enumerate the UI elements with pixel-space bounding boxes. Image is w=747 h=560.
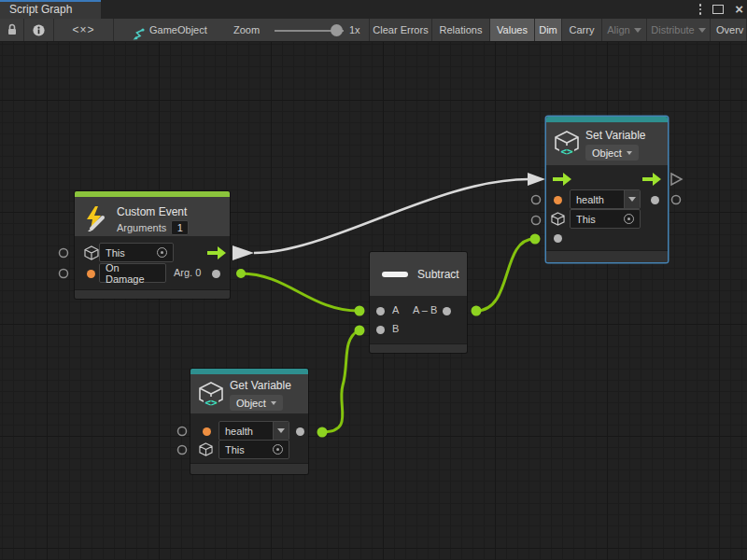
port-hint-circle[interactable] [178,446,187,455]
trigger-out-port[interactable] [207,246,226,259]
node-title: Set Variable [585,129,645,142]
trigger-in-port[interactable] [553,173,571,186]
arguments-input[interactable]: 1 [171,220,189,235]
wire-value-subtract-to-setvar[interactable] [476,239,534,311]
scope-value: Object [236,398,266,409]
node-header: Custom Event Arguments 1 [75,197,230,236]
cube-icon [199,442,213,456]
object-picker-icon[interactable] [624,214,634,224]
toolbar-button-group: Clear Errors Relations Values Dim Carry … [370,19,747,41]
event-name-field[interactable]: On Damage [99,263,166,283]
zoom-slider-handle[interactable] [331,24,343,36]
node-subtract[interactable]: Subtract A A – B B [370,252,467,353]
port-hint-circle[interactable] [60,249,68,258]
port-hint-circle[interactable] [532,196,541,204]
port-row-this: This [75,243,230,263]
this-field[interactable]: This [570,209,641,229]
window-menu-icon[interactable] [699,4,702,15]
node-set-variable[interactable]: <> Set Variable Object health [546,117,668,262]
object-picker-icon[interactable] [157,247,167,258]
variable-cube-icon: <> [554,131,580,159]
variable-name-dropdown[interactable]: health [570,189,641,209]
wire-endpoint [355,306,365,316]
align-dropdown[interactable]: Align [602,19,647,41]
node-header: Subtract [370,252,467,296]
variable-name-port[interactable] [203,427,211,436]
carry-toggle[interactable]: Carry [562,19,602,41]
input-b-port[interactable] [376,326,385,334]
node-title: Subtract [417,268,459,281]
input-a-port[interactable] [376,307,385,315]
wire-value-arg0-to-a[interactable] [241,273,359,311]
port-hint-circle[interactable] [532,217,541,225]
node-custom-event[interactable]: Custom Event Arguments 1 This [75,191,230,299]
lock-button[interactable] [0,19,24,41]
wire-value-getvar-to-b[interactable] [322,330,359,432]
variable-name-value: health [571,194,624,205]
this-field[interactable]: This [218,440,289,459]
event-name-port[interactable] [87,270,95,278]
values-toggle[interactable]: Values [490,19,535,41]
relations-button[interactable]: Relations [432,19,490,41]
output-label: A – B [413,304,437,315]
close-icon[interactable]: × [735,3,743,16]
chevron-down-icon [627,151,632,155]
unity-editor-window: Script Graph × <×> [0,0,747,560]
output-port[interactable] [443,307,451,315]
chevron-down-icon [277,428,285,433]
port-row-name: health [546,189,668,210]
variable-name-dropdown[interactable]: health [218,421,289,441]
dropdown-button[interactable] [624,190,640,208]
svg-text:<>: <> [560,146,573,158]
value-out-port[interactable] [296,427,304,436]
scope-value: Object [592,147,622,159]
node-get-variable[interactable]: <> Get Variable Object health [190,369,308,474]
info-button[interactable] [24,19,54,41]
wire-control-start-arrow-icon [233,245,254,260]
arguments-label: Arguments [117,222,166,233]
dropdown-button[interactable] [273,422,289,440]
graph-canvas[interactable]: Custom Event Arguments 1 This [0,42,747,560]
this-value: This [225,444,245,455]
this-field[interactable]: This [99,243,174,262]
gameobject-selector[interactable]: GameObject [149,19,207,41]
graph-toolbar: <×> GameObject Zoom 1x Clear Errors Rela… [0,19,747,42]
node-footer [75,289,230,299]
svg-text:<>: <> [204,397,218,409]
event-name-value: On Damage [106,262,160,285]
port-row-name: health [190,421,308,441]
chevron-down-icon [628,197,636,202]
value-out-port[interactable] [651,196,659,204]
node-header: <> Get Variable Object [190,374,308,413]
chevron-down-icon [698,28,706,33]
tab-script-graph[interactable]: Script Graph [0,0,101,19]
port-hint-triangle[interactable] [671,174,682,185]
zoom-label: Zoom [233,19,260,41]
port-hint-circle[interactable] [672,196,681,204]
variable-name-port[interactable] [554,196,562,204]
variable-scope-dropdown[interactable]: Object [230,395,283,411]
object-picker-icon[interactable] [273,444,283,455]
trigger-out-port[interactable] [642,173,661,186]
port-hint-circle[interactable] [60,270,68,278]
clear-errors-button[interactable]: Clear Errors [370,19,432,41]
value-in-port[interactable] [554,234,562,243]
port-row-a: A A – B [370,301,467,321]
variable-cube-icon: <> [198,382,224,410]
maximize-icon[interactable] [712,5,724,14]
arg0-out-port[interactable] [212,270,220,278]
lock-icon [5,22,20,37]
input-a-label: A [392,304,399,315]
code-icon: <×> [72,23,94,36]
distribute-dropdown[interactable]: Distribute [647,19,711,41]
dim-toggle[interactable]: Dim [535,19,562,41]
input-b-label: B [392,323,399,334]
port-hint-circle[interactable] [178,427,187,436]
arg0-label: Arg. 0 [174,267,201,278]
wire-control[interactable] [254,179,529,253]
info-icon [32,23,46,37]
edit-graph-button[interactable]: <×> [54,19,114,41]
chevron-down-icon [634,28,641,33]
variable-scope-dropdown[interactable]: Object [585,145,639,161]
overview-button[interactable]: Overv [711,19,747,41]
